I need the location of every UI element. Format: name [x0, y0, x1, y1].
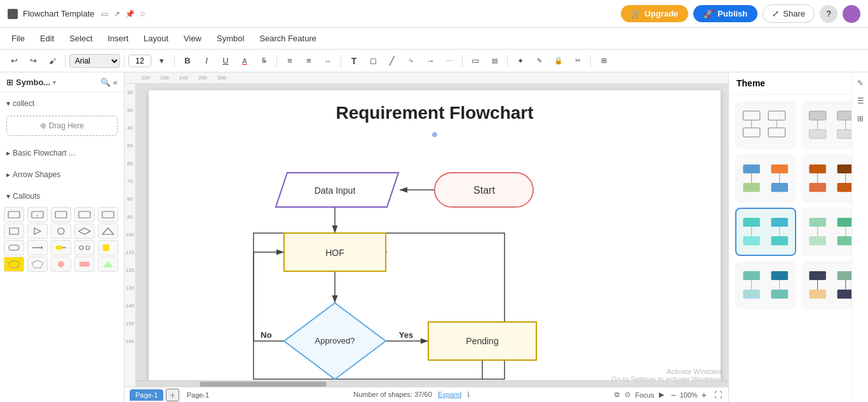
line-button[interactable]: ╱	[383, 52, 401, 70]
italic-button[interactable]: I	[198, 52, 215, 70]
connector-button[interactable]: ⤷	[402, 52, 420, 70]
menu-edit[interactable]: Edit	[34, 31, 60, 46]
shape-thumb-16[interactable]	[4, 257, 24, 272]
pointer-button[interactable]: ✦	[512, 52, 529, 70]
font-color-button[interactable]: A	[236, 52, 254, 70]
align-left-button[interactable]: ≡	[281, 52, 299, 70]
font-size-down-btn[interactable]: ▾	[153, 52, 170, 70]
align-right-button[interactable]: ↔	[319, 52, 337, 70]
arrow-button[interactable]: →	[421, 52, 439, 70]
zoom-in-button[interactable]: +	[700, 390, 708, 400]
right-panel: Theme ×	[728, 72, 868, 402]
swimlane-button[interactable]: ▤	[485, 52, 503, 70]
shape-thumb-15[interactable]	[98, 240, 118, 255]
shape-thumb-3[interactable]	[51, 207, 71, 222]
svg-rect-14	[56, 246, 62, 250]
container-button[interactable]: ▭	[466, 52, 484, 70]
upgrade-button[interactable]: 🛒 Upgrade	[621, 5, 689, 22]
delete-button[interactable]: ✂	[569, 52, 587, 70]
format-paint-button[interactable]: 🖌	[43, 52, 61, 70]
theme-card-3[interactable]	[735, 154, 796, 203]
shape-thumb-2[interactable]: ≡	[27, 207, 48, 222]
top-bar-right: 🛒 Upgrade 🚀 Publish ⤢ Share ?	[621, 4, 860, 23]
drag-here-button[interactable]: ⊕ Drag Here	[6, 116, 118, 136]
share-button[interactable]: ⤢ Share	[763, 4, 815, 23]
text-button[interactable]: T	[345, 52, 363, 70]
zoom-out-button[interactable]: −	[669, 390, 677, 400]
sidebar-search-btn[interactable]: 🔍	[100, 77, 111, 87]
theme-card-7[interactable]	[735, 261, 796, 309]
help-button[interactable]: ?	[820, 5, 837, 23]
shape-thumb-4[interactable]	[74, 207, 95, 222]
svg-rect-48	[768, 128, 785, 137]
scrollbar-horizontal[interactable]	[136, 380, 728, 387]
properties-icon[interactable]: ☰	[855, 94, 865, 108]
menu-select[interactable]: Select	[63, 31, 98, 46]
edit-button[interactable]: ✎	[531, 52, 548, 70]
svg-rect-45	[743, 111, 760, 120]
menu-file[interactable]: File	[5, 31, 31, 46]
layers-icon[interactable]: ⧉	[614, 391, 620, 399]
align-center-button[interactable]: ≡	[300, 52, 318, 70]
font-family-select[interactable]: Arial	[69, 54, 120, 68]
tab-pin-btn[interactable]: 📌	[125, 9, 135, 19]
shape-thumb-17[interactable]	[27, 257, 48, 272]
redo-button[interactable]: ↪	[24, 52, 42, 70]
shape-thumb-12[interactable]	[27, 240, 48, 255]
shape-thumb-19[interactable]	[74, 257, 95, 272]
shape-button[interactable]: ◻	[364, 52, 382, 70]
arrow-header[interactable]: ▸ Arrow Shapes	[0, 166, 124, 183]
svg-text:≡: ≡	[37, 213, 39, 217]
collect-header[interactable]: ▾ collect	[0, 95, 124, 112]
arrow-label: Arrow Shapes	[13, 170, 60, 179]
undo-button[interactable]: ↩	[5, 52, 23, 70]
shape-thumb-10[interactable]	[98, 224, 118, 239]
shape-thumb-1[interactable]	[4, 207, 24, 222]
shape-thumb-9[interactable]	[74, 224, 95, 239]
canvas-content[interactable]: Requirement Flowchart	[136, 84, 728, 402]
theme-card-1[interactable]	[735, 101, 796, 149]
grid-button[interactable]: ⊞	[595, 52, 613, 70]
avatar[interactable]	[843, 5, 860, 23]
expand-link[interactable]: Expand	[438, 391, 461, 398]
shape-thumb-8[interactable]	[51, 224, 71, 239]
tab-popup-btn[interactable]: ↗	[112, 9, 122, 19]
callouts-header[interactable]: ▾ Callouts	[0, 188, 124, 204]
app-title: Flowchart Template	[23, 9, 94, 18]
shape-thumb-11[interactable]	[4, 240, 24, 255]
sidebar-actions: 🔍 «	[100, 77, 118, 87]
focus-icon[interactable]: ⊙	[625, 391, 630, 399]
shape-thumb-20[interactable]	[98, 257, 118, 272]
font-size-input[interactable]	[128, 55, 151, 67]
menu-view[interactable]: View	[177, 31, 208, 46]
strikethrough-button[interactable]: S̶	[255, 52, 273, 70]
theme-card-5[interactable]	[735, 208, 796, 256]
shape-thumb-7[interactable]	[27, 224, 48, 239]
sidebar-collapse-btn[interactable]: «	[113, 77, 118, 87]
shape-thumb-14[interactable]	[74, 240, 95, 255]
fit-screen-button[interactable]: ⛶	[713, 391, 723, 399]
lock-button[interactable]: 🔒	[550, 52, 567, 70]
grid-view-icon[interactable]: ⊞	[855, 112, 865, 126]
tab-minimize-btn[interactable]: ▭	[99, 9, 109, 19]
edit-style-icon[interactable]: ✎	[855, 76, 865, 90]
share-label: Share	[783, 9, 805, 18]
menu-insert[interactable]: Insert	[102, 31, 135, 46]
tab-star-btn[interactable]: ☆	[137, 9, 147, 19]
shape-thumb-13[interactable]	[51, 240, 71, 255]
add-page-button[interactable]: +	[166, 389, 179, 401]
underline-button[interactable]: U	[217, 52, 234, 70]
shape-thumb-6[interactable]	[4, 224, 24, 239]
menu-symbol[interactable]: Symbol	[210, 31, 250, 46]
menu-layout[interactable]: Layout	[137, 31, 175, 46]
flowchart-header[interactable]: ▸ Basic Flowchart ...	[0, 145, 124, 161]
svg-rect-53	[809, 130, 826, 138]
page-tab-1[interactable]: Page-1	[130, 389, 163, 401]
bold-button[interactable]: B	[179, 52, 196, 70]
play-btn[interactable]: ▶	[659, 391, 664, 399]
menu-search-feature[interactable]: Search Feature	[253, 31, 323, 46]
publish-button[interactable]: 🚀 Publish	[693, 5, 757, 22]
shape-thumb-18[interactable]	[51, 257, 71, 272]
waypoint-button[interactable]: ⋯	[440, 52, 458, 70]
shape-thumb-5[interactable]	[98, 207, 118, 222]
